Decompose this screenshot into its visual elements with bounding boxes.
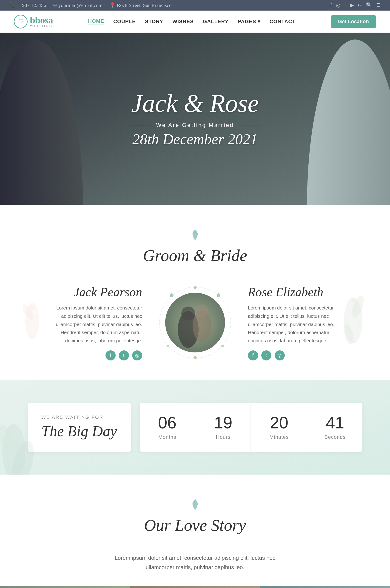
groom-silhouette [0, 39, 87, 205]
countdown-months-number: 06 [147, 414, 188, 431]
bride-name: Rose Elizabeth [248, 285, 335, 299]
svg-point-24 [195, 305, 208, 317]
countdown-seconds-number: 41 [315, 414, 355, 431]
instagram-topbar-icon[interactable]: ◎ [336, 2, 340, 8]
nav-pages[interactable]: PAGES ▾ [238, 19, 260, 25]
footer-img-3 [260, 586, 390, 588]
footer-img-2 [130, 586, 260, 588]
countdown-hours-number: 19 [203, 414, 244, 431]
footer-preview [0, 586, 390, 588]
nav-links: HOME COUPLE STORY WISHES GALLERY PAGES ▾… [88, 18, 295, 25]
bride-facebook-icon[interactable]: f [248, 350, 258, 360]
bride-silhouette [303, 39, 390, 205]
address-info: 📍 Rock Street, San Francisco [109, 2, 172, 8]
email-info: ✉ yourmail@email.com [53, 2, 102, 8]
divider-line-right [239, 125, 261, 125]
chevron-down-icon: ▾ [258, 19, 260, 25]
bride-description: Lorem ipsum dolor sit amet, consectetur … [248, 304, 335, 345]
nav-home[interactable]: HOME [88, 18, 104, 25]
logo[interactable]: ♡ bbosa WEDDING [14, 15, 53, 29]
countdown-boxes: 06 Months 19 Hours 20 Minutes 41 Seconds [140, 403, 362, 452]
svg-point-28 [351, 298, 355, 302]
countdown-months-label: Months [147, 434, 188, 440]
youtube-topbar-icon[interactable]: ▶ [350, 2, 354, 8]
hero-subtitle: We Are Getting Married [156, 122, 234, 128]
nav-contact[interactable]: CONTACT [270, 19, 295, 25]
email-icon: ✉ [53, 2, 57, 8]
phone-number: +1987 123456 [17, 2, 46, 8]
big-day-title: The Big Day [41, 422, 117, 440]
love-story-title: Our Love Story [14, 516, 376, 535]
divider-line-left [129, 125, 151, 125]
phone-icon: 📞 [9, 2, 15, 8]
svg-point-2 [30, 305, 34, 309]
top-bar-left: 📞 +1987 123456 ✉ yourmail@email.com 📍 Ro… [9, 2, 172, 8]
right-floral-decor [340, 288, 367, 357]
groom-name: Jack Pearson [55, 285, 142, 299]
svg-point-29 [358, 323, 362, 327]
groom-instagram-icon[interactable]: ◎ [132, 350, 142, 360]
countdown-minutes-number: 20 [258, 414, 299, 431]
countdown-months: 06 Months [140, 403, 195, 452]
logo-name: bbosa [30, 15, 53, 25]
couple-photo-wrapper [156, 283, 234, 362]
countdown-minutes-label: Minutes [258, 434, 299, 440]
footer-img-1 [0, 586, 130, 588]
countdown-hours-label: Hours [203, 434, 244, 440]
hero-date: 28th December 2021 [129, 131, 261, 148]
nav-wishes[interactable]: WISHES [172, 19, 194, 25]
bride-instagram-icon[interactable]: ◎ [275, 350, 285, 360]
navbar: ♡ bbosa WEDDING HOME COUPLE STORY WISHES… [0, 11, 390, 33]
left-floral-decor [23, 298, 41, 347]
logo-text-wrapper: bbosa WEDDING [30, 15, 53, 28]
search-topbar-icon[interactable]: 🔍 [366, 2, 372, 8]
logo-subtitle: WEDDING [30, 24, 53, 28]
phone-info: 📞 +1987 123456 [9, 2, 46, 8]
section-leaf-icon [23, 228, 367, 244]
address-text: Rock Street, San Francisco [117, 2, 171, 8]
hero-divider: We Are Getting Married [129, 122, 261, 128]
twitter-topbar-icon[interactable]: t [344, 2, 346, 8]
bride-social-icons: f t ◎ [248, 350, 335, 360]
groom-social-icons: f t ◎ [55, 350, 142, 360]
couple-grid: Jack Pearson Lorem ipsum dolor sit amet,… [23, 283, 367, 362]
countdown-inner: WE ARE WAITING FOR The Big Day 06 Months… [28, 403, 362, 452]
love-story-section: Our Love Story Lorem ipsum dolor sit ame… [0, 474, 390, 586]
groom-twitter-icon[interactable]: t [119, 350, 129, 360]
bride-twitter-icon[interactable]: t [261, 350, 271, 360]
countdown-seconds-label: Seconds [315, 434, 355, 440]
nav-gallery[interactable]: GALLERY [203, 19, 228, 25]
countdown-minutes: 20 Minutes [252, 403, 307, 452]
google-topbar-icon[interactable]: G [358, 2, 362, 8]
groom-facebook-icon[interactable]: f [105, 350, 116, 360]
get-location-button[interactable]: Get Location [331, 15, 376, 28]
bride-info: Rose Elizabeth Lorem ipsum dolor sit ame… [248, 285, 335, 360]
top-bar-right: f ◎ t ▶ G 🔍 ☰ [330, 2, 381, 8]
hero-content: Jack & Rose We Are Getting Married 28th … [129, 89, 261, 148]
countdown-left-decor [0, 406, 46, 474]
waiting-label: WE ARE WAITING FOR [41, 415, 117, 420]
couple-section: Groom & Bride Jack Pearson Lorem ipsum d… [0, 205, 390, 380]
hero-title: Jack & Rose [129, 89, 261, 117]
top-bar: 📞 +1987 123456 ✉ yourmail@email.com 📍 Ro… [0, 0, 390, 11]
love-story-description: Lorem ipsum dolor sit amet, consectetur … [115, 553, 276, 572]
floral-ring [156, 283, 234, 362]
love-story-leaf-icon [14, 498, 376, 514]
countdown-seconds: 41 Seconds [308, 403, 362, 452]
nav-story[interactable]: STORY [145, 19, 163, 25]
nav-couple[interactable]: COUPLE [113, 19, 136, 25]
groom-info: Jack Pearson Lorem ipsum dolor sit amet,… [55, 285, 142, 360]
location-icon: 📍 [109, 2, 116, 8]
countdown-hours: 19 Hours [196, 403, 251, 452]
svg-point-23 [181, 307, 195, 320]
facebook-topbar-icon[interactable]: f [330, 2, 332, 8]
logo-icon: ♡ [14, 15, 28, 29]
email-address: yourmail@email.com [58, 2, 102, 8]
groom-description: Lorem ipsum dolor sit amet, consectetur … [55, 304, 142, 345]
menu-topbar-icon[interactable]: ☰ [376, 2, 381, 8]
couple-section-title: Groom & Bride [23, 246, 367, 265]
countdown-section: WE ARE WAITING FOR The Big Day 06 Months… [0, 380, 390, 474]
hero-section: Jack & Rose We Are Getting Married 28th … [0, 33, 390, 205]
